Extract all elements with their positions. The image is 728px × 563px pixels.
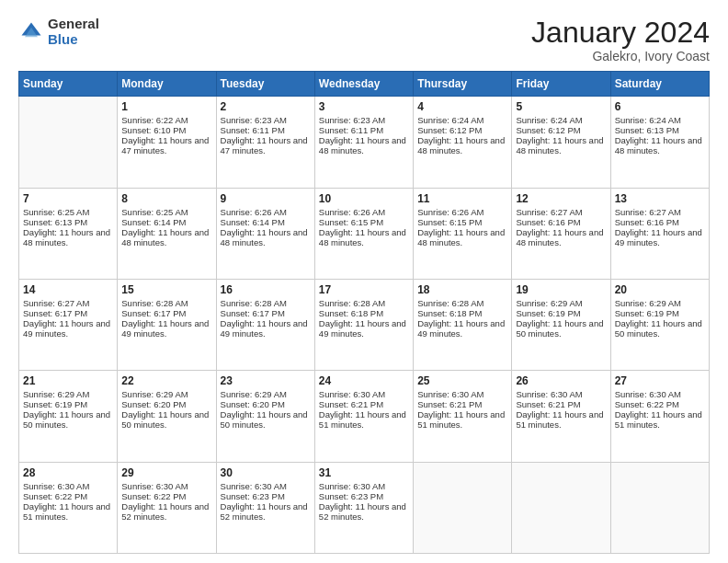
table-row: 12Sunrise: 6:27 AMSunset: 6:16 PMDayligh…	[512, 188, 610, 279]
col-saturday: Saturday	[610, 72, 709, 97]
col-sunday: Sunday	[19, 72, 118, 97]
daylight-text: Daylight: 11 hours and 51 minutes.	[417, 409, 507, 430]
sunrise-text: Sunrise: 6:27 AM	[23, 298, 113, 308]
sunrise-text: Sunrise: 6:28 AM	[417, 298, 507, 308]
col-tuesday: Tuesday	[216, 72, 314, 97]
day-number: 5	[516, 100, 606, 113]
sunset-text: Sunset: 6:19 PM	[516, 308, 606, 318]
sunset-text: Sunset: 6:21 PM	[319, 399, 409, 409]
sunrise-text: Sunrise: 6:30 AM	[319, 389, 409, 399]
sunset-text: Sunset: 6:11 PM	[221, 125, 311, 135]
logo-icon	[18, 19, 44, 45]
sunrise-text: Sunrise: 6:25 AM	[121, 207, 211, 217]
sunset-text: Sunset: 6:18 PM	[417, 308, 507, 318]
sunset-text: Sunset: 6:20 PM	[221, 399, 311, 409]
sunset-text: Sunset: 6:12 PM	[516, 125, 606, 135]
daylight-text: Daylight: 11 hours and 50 minutes.	[516, 318, 606, 339]
sunrise-text: Sunrise: 6:26 AM	[417, 207, 507, 217]
table-row: 25Sunrise: 6:30 AMSunset: 6:21 PMDayligh…	[414, 371, 512, 462]
header: General Blue January 2024 Galekro, Ivory…	[18, 17, 710, 63]
daylight-text: Daylight: 11 hours and 49 minutes.	[319, 318, 409, 339]
table-row: 21Sunrise: 6:29 AMSunset: 6:19 PMDayligh…	[19, 371, 118, 462]
daylight-text: Daylight: 11 hours and 48 minutes.	[319, 227, 409, 247]
table-row: 24Sunrise: 6:30 AMSunset: 6:21 PMDayligh…	[314, 371, 413, 462]
sunrise-text: Sunrise: 6:23 AM	[221, 115, 311, 125]
calendar-header-row: Sunday Monday Tuesday Wednesday Thursday…	[19, 72, 710, 97]
calendar-table: Sunday Monday Tuesday Wednesday Thursday…	[18, 71, 710, 554]
daylight-text: Daylight: 11 hours and 49 minutes.	[615, 227, 705, 247]
day-number: 16	[221, 283, 311, 296]
daylight-text: Daylight: 11 hours and 50 minutes.	[615, 318, 705, 339]
table-row	[19, 97, 118, 188]
sunrise-text: Sunrise: 6:27 AM	[516, 207, 606, 217]
day-number: 23	[221, 374, 311, 387]
day-number: 28	[23, 466, 113, 479]
calendar-week-2: 7Sunrise: 6:25 AMSunset: 6:13 PMDaylight…	[19, 188, 710, 279]
sunrise-text: Sunrise: 6:23 AM	[319, 115, 409, 125]
daylight-text: Daylight: 11 hours and 48 minutes.	[516, 135, 606, 155]
day-number: 21	[23, 374, 113, 387]
daylight-text: Daylight: 11 hours and 51 minutes.	[23, 501, 113, 522]
sunset-text: Sunset: 6:12 PM	[417, 125, 507, 135]
table-row: 30Sunrise: 6:30 AMSunset: 6:23 PMDayligh…	[216, 462, 314, 553]
calendar-week-5: 28Sunrise: 6:30 AMSunset: 6:22 PMDayligh…	[19, 462, 710, 553]
logo-blue-text: Blue	[48, 32, 99, 48]
day-number: 25	[417, 374, 507, 387]
table-row	[610, 462, 709, 553]
col-monday: Monday	[118, 72, 216, 97]
day-number: 8	[121, 192, 211, 205]
daylight-text: Daylight: 11 hours and 52 minutes.	[319, 501, 409, 522]
daylight-text: Daylight: 11 hours and 48 minutes.	[516, 227, 606, 247]
daylight-text: Daylight: 11 hours and 51 minutes.	[516, 409, 606, 430]
day-number: 9	[221, 192, 311, 205]
table-row: 11Sunrise: 6:26 AMSunset: 6:15 PMDayligh…	[414, 188, 512, 279]
daylight-text: Daylight: 11 hours and 48 minutes.	[615, 135, 705, 155]
sunset-text: Sunset: 6:10 PM	[121, 125, 211, 135]
sunrise-text: Sunrise: 6:28 AM	[121, 298, 211, 308]
daylight-text: Daylight: 11 hours and 51 minutes.	[319, 409, 409, 430]
page: General Blue January 2024 Galekro, Ivory…	[0, 0, 728, 563]
day-number: 20	[615, 283, 705, 296]
sunset-text: Sunset: 6:19 PM	[615, 308, 705, 318]
daylight-text: Daylight: 11 hours and 48 minutes.	[221, 227, 311, 247]
sunrise-text: Sunrise: 6:30 AM	[319, 481, 409, 491]
sunset-text: Sunset: 6:14 PM	[121, 217, 211, 227]
sunset-text: Sunset: 6:14 PM	[221, 217, 311, 227]
day-number: 18	[417, 283, 507, 296]
table-row: 10Sunrise: 6:26 AMSunset: 6:15 PMDayligh…	[314, 188, 413, 279]
sunrise-text: Sunrise: 6:30 AM	[417, 389, 507, 399]
table-row: 20Sunrise: 6:29 AMSunset: 6:19 PMDayligh…	[610, 279, 709, 370]
table-row: 14Sunrise: 6:27 AMSunset: 6:17 PMDayligh…	[19, 279, 118, 370]
daylight-text: Daylight: 11 hours and 49 minutes.	[221, 318, 311, 339]
daylight-text: Daylight: 11 hours and 48 minutes.	[121, 227, 211, 247]
table-row: 17Sunrise: 6:28 AMSunset: 6:18 PMDayligh…	[314, 279, 413, 370]
title-month: January 2024	[531, 17, 710, 49]
day-number: 4	[417, 100, 507, 113]
table-row: 7Sunrise: 6:25 AMSunset: 6:13 PMDaylight…	[19, 188, 118, 279]
daylight-text: Daylight: 11 hours and 49 minutes.	[417, 318, 507, 339]
day-number: 22	[121, 374, 211, 387]
day-number: 29	[121, 466, 211, 479]
col-wednesday: Wednesday	[314, 72, 413, 97]
day-number: 26	[516, 374, 606, 387]
table-row: 29Sunrise: 6:30 AMSunset: 6:22 PMDayligh…	[118, 462, 216, 553]
table-row: 18Sunrise: 6:28 AMSunset: 6:18 PMDayligh…	[414, 279, 512, 370]
sunrise-text: Sunrise: 6:29 AM	[615, 298, 705, 308]
sunset-text: Sunset: 6:21 PM	[417, 399, 507, 409]
sunrise-text: Sunrise: 6:29 AM	[23, 389, 113, 399]
sunset-text: Sunset: 6:17 PM	[221, 308, 311, 318]
daylight-text: Daylight: 11 hours and 50 minutes.	[221, 409, 311, 430]
daylight-text: Daylight: 11 hours and 51 minutes.	[615, 409, 705, 430]
sunrise-text: Sunrise: 6:29 AM	[516, 298, 606, 308]
sunset-text: Sunset: 6:18 PM	[319, 308, 409, 318]
sunrise-text: Sunrise: 6:30 AM	[615, 389, 705, 399]
table-row: 3Sunrise: 6:23 AMSunset: 6:11 PMDaylight…	[314, 97, 413, 188]
sunset-text: Sunset: 6:22 PM	[23, 491, 113, 501]
sunrise-text: Sunrise: 6:28 AM	[221, 298, 311, 308]
day-number: 13	[615, 192, 705, 205]
table-row: 1Sunrise: 6:22 AMSunset: 6:10 PMDaylight…	[118, 97, 216, 188]
table-row: 31Sunrise: 6:30 AMSunset: 6:23 PMDayligh…	[314, 462, 413, 553]
daylight-text: Daylight: 11 hours and 50 minutes.	[121, 409, 211, 430]
table-row: 9Sunrise: 6:26 AMSunset: 6:14 PMDaylight…	[216, 188, 314, 279]
title-block: January 2024 Galekro, Ivory Coast	[531, 17, 710, 63]
